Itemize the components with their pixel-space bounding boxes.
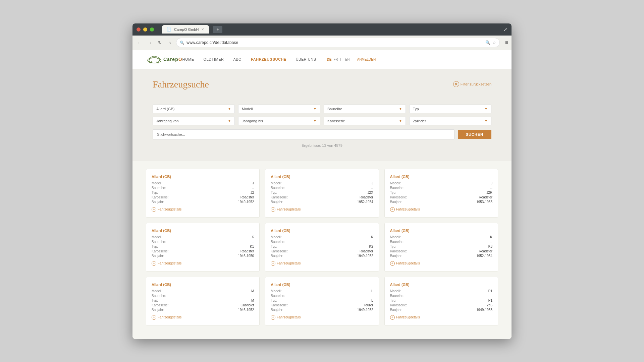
car-card: Allard (GB) Modell: P1 Baureihe: -- Typ:…	[384, 277, 498, 325]
expand-icon[interactable]: ⤢	[503, 27, 507, 32]
filter-baureihe[interactable]: Baureihe ▼	[324, 105, 406, 113]
lang-it[interactable]: IT	[340, 58, 343, 61]
detail-value: 1949-1952	[238, 200, 254, 204]
nav-fahrzeugsuche[interactable]: FAHRZEUGSUCHE	[251, 57, 286, 61]
back-button[interactable]: ←	[136, 39, 143, 46]
reset-icon: ✕	[453, 81, 459, 87]
car-make: Allard (GB)	[390, 229, 492, 233]
browser-menu-button[interactable]: ≡	[505, 40, 508, 46]
filter-year-to[interactable]: Jahrgang bis ▼	[238, 117, 320, 125]
filter-model[interactable]: Modell ▼	[238, 105, 320, 113]
detail-value: 1949-1953	[476, 308, 492, 312]
browser-tab[interactable]: 📄 CarepO GmbH ✕	[162, 25, 209, 34]
car-detail-row: Modell: J	[152, 181, 254, 185]
logo-text: CarepO	[163, 57, 182, 62]
car-detail-row: Baujahr: 1953-1955	[390, 200, 492, 204]
car-detail-row: Baujahr: 1946-1950	[152, 254, 254, 258]
detail-label: Modell:	[271, 289, 281, 293]
forward-button[interactable]: →	[146, 39, 153, 46]
search-button[interactable]: SUCHEN	[458, 130, 491, 139]
nav-abo[interactable]: ABO	[233, 57, 241, 61]
vehicle-details-link[interactable]: + Fahrzeugdetails	[152, 315, 254, 320]
filter-year-from[interactable]: Jahrgang von ▼	[153, 117, 235, 125]
vehicle-details-link[interactable]: + Fahrzeugdetails	[271, 207, 373, 212]
home-button[interactable]: ⌂	[166, 39, 173, 46]
svg-point-1	[149, 56, 160, 63]
car-details: Modell: J Baureihe: -- Typ: J2R Karosser…	[390, 181, 492, 204]
detail-value: 1952-1954	[357, 200, 373, 204]
detail-value: M	[251, 289, 254, 293]
vehicle-details-link[interactable]: + Fahrzeugdetails	[152, 207, 254, 212]
details-link-label: Fahrzeugdetails	[158, 315, 181, 319]
reload-button[interactable]: ↻	[156, 39, 163, 46]
detail-value: J2R	[486, 191, 492, 194]
car-details: Modell: J Baureihe: -- Typ: J2X Karosser…	[271, 181, 373, 204]
site-logo[interactable]: CarepO	[146, 55, 182, 64]
car-detail-row: Typ: K3	[390, 245, 492, 248]
detail-label: Baureihe:	[152, 294, 166, 298]
car-details: Modell: K Baureihe: -- Typ: K1 Karosseri…	[152, 235, 254, 258]
detail-label: Baureihe:	[390, 186, 405, 190]
car-make: Allard (GB)	[152, 229, 254, 233]
detail-value: Roadster	[479, 195, 492, 199]
chevron-down-icon: ▼	[484, 107, 488, 111]
details-link-label: Fahrzeugdetails	[396, 315, 420, 319]
detail-label: Karosserie:	[390, 249, 407, 253]
minimize-button[interactable]	[143, 27, 147, 32]
filter-karosserie[interactable]: Karosserie ▼	[324, 117, 406, 125]
results-grid: Allard (GB) Modell: J Baureihe: -- Typ: …	[146, 169, 498, 325]
detail-label: Typ:	[390, 191, 396, 194]
chevron-down-icon: ▼	[399, 119, 402, 123]
detail-value: Roadster	[479, 249, 492, 253]
vehicle-details-link[interactable]: + Fahrzeugdetails	[390, 207, 492, 212]
detail-label: Modell:	[152, 181, 162, 185]
vehicle-details-link[interactable]: + Fahrzeugdetails	[390, 315, 492, 320]
car-detail-row: Modell: K	[390, 235, 492, 239]
vehicle-details-link[interactable]: + Fahrzeugdetails	[390, 261, 492, 266]
car-make: Allard (GB)	[390, 283, 492, 287]
detail-label: Typ:	[152, 191, 158, 194]
detail-label: Karosserie:	[271, 195, 288, 199]
car-detail-row: Typ: J2	[152, 191, 254, 194]
new-tab-button[interactable]: +	[213, 26, 222, 33]
vehicle-details-link[interactable]: + Fahrzeugdetails	[152, 261, 254, 266]
browser-titlebar: 📄 CarepO GmbH ✕ + ⤢	[132, 23, 512, 36]
detail-label: Modell:	[390, 181, 401, 185]
vehicle-details-link[interactable]: + Fahrzeugdetails	[271, 261, 373, 266]
filter-baureihe-label: Baureihe	[327, 107, 342, 111]
nav-ueber-uns[interactable]: ÜBER UNS	[296, 57, 316, 61]
detail-label: Karosserie:	[152, 303, 169, 307]
filter-make[interactable]: Allard (GB) ▼	[153, 105, 235, 113]
car-detail-row: Modell: M	[152, 289, 254, 293]
detail-value: K	[371, 235, 373, 239]
filter-typ[interactable]: Typ ▼	[409, 105, 491, 113]
filter-zylinder[interactable]: Zylinder ▼	[409, 117, 491, 125]
plus-icon: +	[271, 207, 275, 212]
filter-reset-button[interactable]: ✕ Filter zurücksetzen	[453, 81, 491, 87]
car-detail-row: Baujahr: 1946-1952	[152, 308, 254, 312]
close-button[interactable]	[137, 27, 141, 32]
detail-value: K	[252, 235, 254, 239]
detail-value: Roadster	[360, 195, 373, 199]
lang-fr[interactable]: FR	[333, 58, 338, 61]
tab-close-button[interactable]: ✕	[201, 27, 204, 31]
detail-value: 1946-1952	[238, 308, 254, 312]
detail-value: --	[371, 186, 373, 190]
vehicle-details-link[interactable]: + Fahrzeugdetails	[271, 315, 373, 320]
detail-label: Modell:	[390, 289, 401, 293]
detail-label: Baujahr:	[390, 254, 402, 258]
maximize-dot-button[interactable]	[150, 27, 154, 32]
lang-en[interactable]: EN	[345, 58, 350, 61]
address-input[interactable]: 🔍 www.carepo.ch/de#database 🔍 ☆	[176, 38, 500, 47]
nav-home[interactable]: HOME	[182, 57, 194, 61]
nav-oldtimer[interactable]: OLDTIMER	[204, 57, 224, 61]
car-details: Modell: M Baureihe: -- Typ: M Karosserie…	[152, 289, 254, 312]
plus-icon: +	[152, 315, 156, 320]
detail-label: Modell:	[152, 289, 162, 293]
browser-window: 📄 CarepO GmbH ✕ + ⤢ ← → ↻ ⌂ 🔍 www.carepo…	[132, 23, 512, 339]
lang-de[interactable]: DE	[327, 58, 332, 61]
login-button[interactable]: ANMELDEN	[357, 58, 376, 61]
car-make: Allard (GB)	[271, 175, 373, 179]
detail-label: Baujahr:	[271, 200, 283, 204]
keyword-input[interactable]	[153, 129, 454, 139]
